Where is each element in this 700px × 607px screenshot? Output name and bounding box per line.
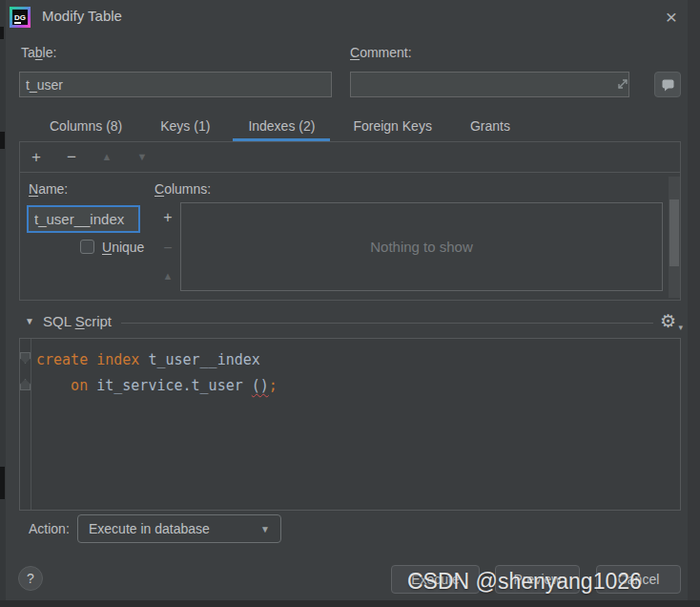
action-select[interactable]: Execute in database ▼	[77, 514, 281, 543]
index-name-label: Name:	[29, 181, 68, 197]
comment-input[interactable]	[350, 72, 629, 97]
sql-semicolon: ;	[269, 377, 278, 394]
help-button[interactable]: ?	[18, 566, 43, 591]
expand-comment-icon[interactable]	[615, 76, 630, 92]
sql-script-label: SQL Script	[43, 313, 112, 329]
left-edge-strip	[0, 0, 6, 607]
action-selected-value: Execute in database	[89, 521, 210, 536]
columns-label: Columns:	[154, 181, 211, 197]
datagrip-icon-label: DG	[12, 10, 28, 25]
add-index-icon[interactable]: +	[29, 149, 44, 165]
sql-keyword: create index	[36, 351, 139, 368]
move-down-icon[interactable]: ▼	[134, 152, 150, 162]
sql-editor[interactable]: create index t_user__index on it_service…	[19, 338, 681, 511]
right-edge-strip	[688, 0, 700, 607]
tab-bar: Columns (8) Keys (1) Indexes (2) Foreign…	[34, 114, 525, 141]
bottom-edge-strip	[0, 600, 700, 607]
tab-keys[interactable]: Keys (1)	[145, 114, 225, 141]
edge-notch	[0, 467, 5, 499]
tab-grants[interactable]: Grants	[455, 114, 525, 141]
close-icon[interactable]: ×	[660, 6, 683, 29]
tab-foreign-keys[interactable]: Foreign Keys	[338, 114, 446, 141]
unique-checkbox[interactable]	[80, 240, 94, 254]
sql-header-rule	[121, 323, 653, 324]
index-name-input[interactable]	[27, 205, 140, 233]
chevron-down-icon: ▼	[260, 524, 270, 534]
watermark: CSDN @shenyang1026	[407, 569, 642, 595]
remove-index-icon[interactable]: −	[64, 149, 79, 165]
add-column-icon[interactable]: +	[160, 210, 175, 225]
remove-column-icon[interactable]: −	[160, 241, 175, 256]
table-label: Table:	[21, 45, 56, 60]
sql-error-parens: ()	[252, 377, 269, 394]
comment-bubble-button[interactable]	[654, 72, 681, 97]
modify-table-dialog: DG Modify Table × Table: Comment: Column…	[0, 0, 700, 607]
scrollbar-thumb[interactable]	[669, 199, 679, 266]
action-label: Action:	[29, 521, 70, 536]
sql-collapse-icon[interactable]: ▼	[25, 316, 34, 326]
tab-indexes[interactable]: Indexes (2)	[233, 114, 330, 141]
fold-region-start-icon[interactable]	[20, 352, 31, 364]
index-columns-list[interactable]: Nothing to show	[180, 202, 663, 291]
tab-columns[interactable]: Columns (8)	[34, 114, 137, 141]
datagrip-app-icon: DG	[10, 7, 31, 28]
fold-region-end-icon[interactable]	[20, 379, 31, 390]
move-column-up-icon[interactable]: ▲	[160, 271, 175, 282]
table-name-input[interactable]	[19, 72, 332, 97]
settings-gear-icon[interactable]: ⚙ ▾	[658, 310, 683, 333]
gear-dropdown-caret: ▾	[678, 323, 683, 332]
unique-label: Unique	[102, 240, 144, 255]
scrollbar-track[interactable]	[669, 177, 680, 298]
dialog-title: Modify Table	[42, 8, 122, 24]
empty-list-text: Nothing to show	[370, 239, 473, 255]
sql-identifier: it_service.t_user	[88, 377, 252, 394]
speech-bubble-icon	[660, 77, 676, 93]
columns-toolbar: + − ▲	[155, 202, 180, 282]
sql-keyword: on	[36, 377, 88, 394]
move-up-icon[interactable]: ▲	[99, 152, 114, 162]
comment-label: Comment:	[350, 45, 412, 60]
indexes-toolbar: + − ▲ ▼	[20, 142, 680, 173]
editor-gutter-line	[31, 339, 31, 510]
sql-identifier: t_user__index	[139, 351, 259, 368]
sql-code: create index t_user__index on it_service…	[36, 347, 278, 399]
edge-notch	[0, 27, 4, 39]
edge-notch	[0, 132, 5, 149]
